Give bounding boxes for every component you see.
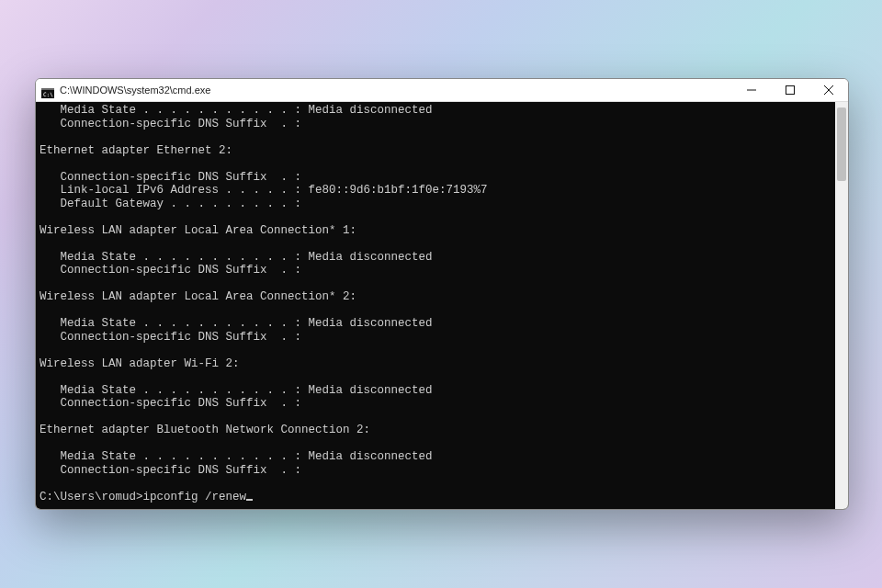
svg-text:C:\: C:\	[43, 91, 53, 97]
scrollbar-thumb[interactable]	[837, 107, 846, 181]
cmd-window: C:\ C:\WINDOWS\system32\cmd.exe Media St…	[35, 78, 849, 510]
maximize-button[interactable]	[771, 79, 809, 101]
window-title: C:\WINDOWS\system32\cmd.exe	[60, 85, 732, 96]
minimize-button[interactable]	[732, 79, 771, 101]
console-area[interactable]: Media State . . . . . . . . . . . : Medi…	[36, 102, 848, 509]
prompt-path: C:\Users\romud>	[40, 491, 143, 503]
titlebar[interactable]: C:\ C:\WINDOWS\system32\cmd.exe	[36, 79, 848, 102]
vertical-scrollbar[interactable]	[835, 102, 848, 509]
svg-rect-1	[41, 88, 54, 90]
text-cursor	[246, 499, 253, 501]
close-button[interactable]	[809, 79, 848, 101]
console-output: Media State . . . . . . . . . . . : Medi…	[40, 104, 488, 477]
svg-rect-4	[786, 86, 795, 95]
command-input[interactable]: ipconfig /renew	[143, 491, 247, 503]
window-controls	[732, 79, 848, 101]
cmd-icon: C:\	[41, 85, 54, 96]
desktop-background: C:\ C:\WINDOWS\system32\cmd.exe Media St…	[0, 0, 882, 588]
